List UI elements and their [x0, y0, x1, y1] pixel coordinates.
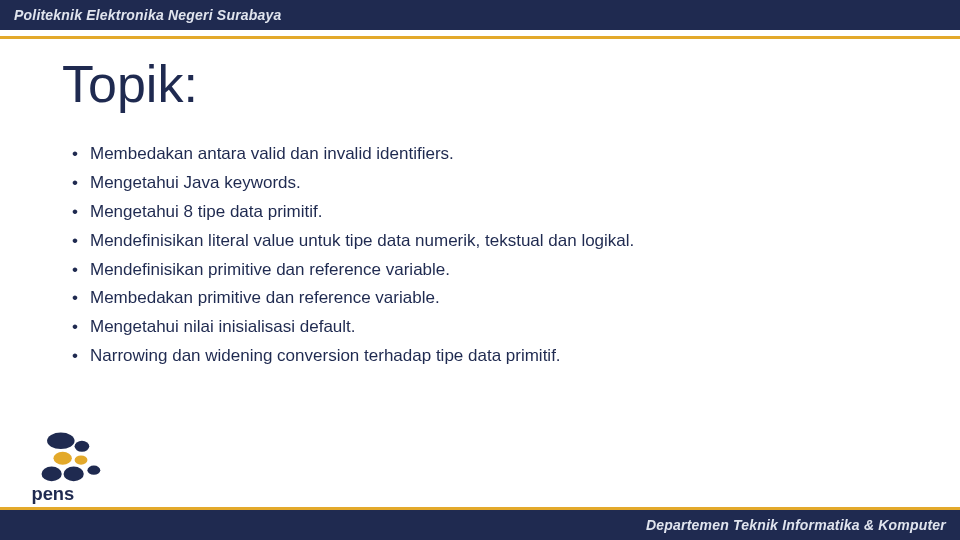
pens-logo-icon: pens	[24, 428, 116, 506]
svg-point-3	[75, 456, 88, 465]
svg-point-2	[53, 452, 71, 465]
divider-top	[0, 36, 960, 39]
svg-point-0	[47, 433, 75, 450]
list-item: Mendefinisikan primitive dan reference v…	[72, 256, 634, 285]
footer-bar: Departemen Teknik Informatika & Komputer	[0, 510, 960, 540]
header-org-name: Politeknik Elektronika Negeri Surabaya	[14, 7, 281, 23]
bullet-list: Membedakan antara valid dan invalid iden…	[72, 140, 634, 371]
list-item: Mendefinisikan literal value untuk tipe …	[72, 227, 634, 256]
logo-text: pens	[31, 483, 74, 504]
footer-dept-name: Departemen Teknik Informatika & Komputer	[646, 517, 946, 533]
list-item: Mengetahui Java keywords.	[72, 169, 634, 198]
svg-point-4	[42, 467, 62, 482]
slide: Politeknik Elektronika Negeri Surabaya T…	[0, 0, 960, 540]
list-item: Membedakan antara valid dan invalid iden…	[72, 140, 634, 169]
svg-point-1	[75, 441, 90, 452]
list-item: Mengetahui 8 tipe data primitif.	[72, 198, 634, 227]
header-bar: Politeknik Elektronika Negeri Surabaya	[0, 0, 960, 30]
svg-point-6	[87, 466, 100, 475]
list-item: Narrowing dan widening conversion terhad…	[72, 342, 634, 371]
list-item: Membedakan primitive dan reference varia…	[72, 284, 634, 313]
slide-title: Topik:	[62, 54, 198, 114]
svg-point-5	[64, 467, 84, 482]
list-item: Mengetahui nilai inisialisasi default.	[72, 313, 634, 342]
